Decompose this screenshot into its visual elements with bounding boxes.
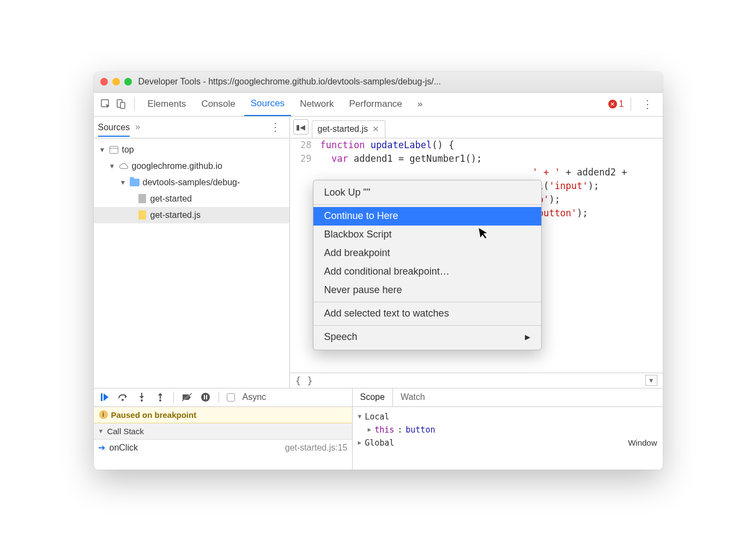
tree-file-html[interactable]: get-started (94, 191, 289, 207)
frame-name: onClick (110, 443, 138, 453)
frame-location: get-started.js:15 (285, 443, 348, 453)
tab-performance[interactable]: Performance (342, 93, 408, 116)
menu-blackbox-script[interactable]: Blackbox Script (313, 226, 541, 244)
svg-rect-15 (206, 395, 207, 399)
separator (219, 392, 219, 403)
cloud-icon (119, 161, 129, 171)
close-window-icon[interactable] (100, 78, 108, 86)
svg-point-6 (122, 399, 124, 401)
scope-global-label: Global (365, 438, 394, 448)
code-line[interactable]: ' + ' + addend2 + (290, 166, 663, 179)
menu-speech[interactable]: Speech▶ (313, 328, 541, 347)
frame-icon (109, 145, 119, 155)
debugger-toolbar: Async (94, 388, 352, 407)
svg-rect-14 (204, 395, 205, 399)
js-file-icon (137, 210, 147, 220)
sidebar-tab-sources[interactable]: Sources (98, 123, 130, 137)
sidebar-menu-icon[interactable]: ⋮ (265, 120, 285, 133)
menu-add-to-watches[interactable]: Add selected text to watches (313, 305, 541, 323)
file-tree: ▼ top ▼ googlechrome.github.io ▼ devtool… (94, 138, 289, 388)
zoom-window-icon[interactable] (124, 78, 132, 86)
debugger-left: Async i Paused on breakpoint ▼ Call Stac… (94, 388, 353, 470)
sidebar-tabs: Sources » ⋮ (94, 117, 289, 138)
svg-point-8 (141, 399, 143, 402)
folder-icon (130, 178, 140, 187)
disclosure-triangle-icon[interactable]: ▶ (358, 439, 362, 446)
code-line[interactable]: 28function updateLabel() { (290, 138, 663, 152)
scope-global[interactable]: ▶ Global Window (358, 436, 657, 449)
tab-network[interactable]: Network (293, 93, 340, 116)
line-text[interactable]: ' + ' + addend2 + (317, 166, 663, 179)
line-number[interactable]: 29 (290, 152, 317, 166)
minimize-window-icon[interactable] (112, 78, 120, 86)
titlebar: Developer Tools - https://googlechrome.g… (94, 72, 663, 93)
stack-frame[interactable]: ➔ onClick get-started.js:15 (94, 440, 352, 456)
separator (134, 98, 135, 111)
disclosure-triangle-icon[interactable]: ▼ (120, 179, 126, 186)
tab-watch[interactable]: Watch (393, 388, 433, 406)
line-number[interactable]: 28 (290, 138, 317, 152)
callstack-header[interactable]: ▼ Call Stack (94, 423, 352, 440)
tabs-overflow[interactable]: » (411, 93, 429, 116)
disclosure-triangle-icon[interactable]: ▼ (358, 413, 362, 420)
sidebar-tabs-overflow[interactable]: » (135, 122, 140, 132)
menu-never-pause-here[interactable]: Never pause here (313, 281, 541, 300)
pause-exceptions-icon[interactable] (200, 392, 211, 403)
tab-scope[interactable]: Scope (353, 388, 393, 406)
tab-elements[interactable]: Elements (141, 93, 193, 116)
inspect-icon[interactable] (99, 98, 112, 111)
line-text[interactable]: var addend1 = getNumber1(); (317, 152, 663, 166)
editor-tab[interactable]: get-started.js ✕ (312, 120, 385, 138)
tree-host[interactable]: ▼ googlechrome.github.io (94, 158, 289, 174)
close-tab-icon[interactable]: ✕ (372, 124, 379, 134)
async-checkbox[interactable] (227, 393, 235, 402)
device-toggle-icon[interactable] (114, 98, 128, 111)
collapse-sidebar-icon[interactable]: ▮◀ (293, 119, 309, 135)
step-out-icon[interactable] (155, 392, 166, 403)
devtools-window: Developer Tools - https://googlechrome.g… (94, 72, 663, 470)
scope-watch-tabs: Scope Watch (353, 388, 663, 407)
line-text[interactable]: function updateLabel() { (317, 138, 663, 152)
menu-continue-to-here[interactable]: Continue to Here (313, 207, 541, 226)
callstack-title: Call Stack (107, 427, 144, 436)
line-number[interactable] (290, 166, 317, 179)
menu-add-breakpoint[interactable]: Add breakpoint (313, 244, 541, 263)
deactivate-breakpoints-icon[interactable] (182, 392, 192, 403)
disclosure-triangle-icon[interactable]: ▼ (109, 162, 116, 170)
scope-local[interactable]: ▼ Local (358, 410, 657, 423)
disclosure-triangle-icon[interactable]: ▼ (99, 146, 106, 154)
context-menu: Look Up "" Continue to Here Blackbox Scr… (313, 180, 542, 350)
menu-lookup[interactable]: Look Up "" (313, 184, 541, 202)
step-over-icon[interactable] (118, 392, 129, 403)
tab-console[interactable]: Console (195, 93, 241, 116)
resume-icon[interactable] (99, 392, 110, 403)
tree-file-js[interactable]: get-started.js (94, 207, 289, 223)
step-into-icon[interactable] (136, 392, 147, 403)
code-line[interactable]: 29 var addend1 = getNumber1(); (290, 152, 663, 166)
debugger-footer: Async i Paused on breakpoint ▼ Call Stac… (94, 388, 663, 470)
settings-menu-icon[interactable]: ⋮ (638, 98, 657, 111)
menu-add-conditional-breakpoint[interactable]: Add conditional breakpoint… (313, 263, 541, 281)
pretty-print-icon[interactable]: { } (295, 375, 313, 386)
svg-rect-3 (110, 146, 118, 153)
paused-banner: i Paused on breakpoint (94, 407, 352, 423)
scope-this-key: this (374, 425, 394, 435)
scope-this-val: button (406, 425, 435, 435)
tree-label: get-started (150, 194, 192, 204)
scope-pane: ▼ Local ▶ this: button ▶ Global Window (353, 407, 663, 453)
editor-tabstrip: ▮◀ get-started.js ✕ (290, 117, 663, 138)
tree-label: googlechrome.github.io (132, 161, 222, 171)
debugger-right: Scope Watch ▼ Local ▶ this: button ▶ Glo… (353, 388, 663, 470)
tab-sources[interactable]: Sources (244, 93, 291, 116)
svg-point-13 (201, 393, 210, 402)
scope-this[interactable]: ▶ this: button (358, 423, 657, 436)
tree-top-frame[interactable]: ▼ top (94, 142, 289, 158)
tree-label: top (122, 145, 134, 155)
editor-tab-label: get-started.js (318, 124, 368, 134)
disclosure-triangle-icon[interactable]: ▼ (98, 428, 104, 434)
tree-folder[interactable]: ▼ devtools-samples/debug- (94, 174, 289, 191)
editor-dropdown-icon[interactable]: ▼ (645, 375, 657, 386)
error-badge[interactable]: ✕ 1 (608, 99, 624, 109)
disclosure-triangle-icon[interactable]: ▶ (368, 426, 372, 433)
paused-text: Paused on breakpoint (111, 410, 197, 420)
